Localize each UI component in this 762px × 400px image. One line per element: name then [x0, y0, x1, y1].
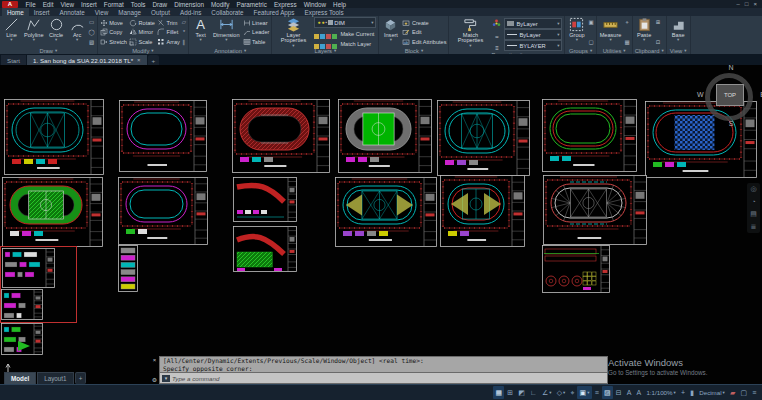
ribbon-tab-annotate[interactable]: Annotate [55, 8, 90, 16]
ribbon-tab-collaborate[interactable]: Collaborate [206, 8, 248, 16]
osnap-tracking-icon[interactable]: ⌖ [568, 386, 576, 399]
button-copy[interactable]: Copy [100, 28, 127, 37]
drawing-sheet-s2[interactable] [119, 100, 207, 172]
button-circle[interactable]: Circle▾ [47, 17, 66, 47]
new-layout-button[interactable]: + [75, 372, 87, 384]
close-tab-icon[interactable]: × [137, 57, 141, 63]
button-move[interactable]: Move [100, 18, 127, 27]
polar-tracking-icon[interactable]: ∠▾ [540, 386, 554, 399]
button-leader[interactable]: Leader [243, 28, 270, 37]
button-layer-properties[interactable]: Layer Properties▾ [274, 17, 312, 48]
hatch-icon[interactable]: ▨ [89, 38, 95, 46]
ungroup-icon[interactable]: ▢ [588, 38, 593, 46]
pan-icon[interactable]: ◔ [751, 198, 755, 205]
panel-title-modify[interactable]: Modify▾ [100, 47, 186, 54]
menu-modify[interactable]: Modify [207, 1, 233, 8]
command-window[interactable]: × ⚙ [All/Center/Dynamic/Extents/Previous… [150, 356, 608, 384]
isodraft-icon[interactable]: ◇▾ [555, 386, 568, 399]
menu-view[interactable]: View [57, 1, 78, 8]
annotation-visibility-icon[interactable]: A [625, 386, 634, 399]
customization-icon[interactable]: ≡ [750, 386, 758, 399]
tab-layout1[interactable]: Layout1 [37, 372, 73, 384]
add-scales-button[interactable]: + [679, 386, 687, 399]
button-array[interactable]: Array [157, 37, 180, 46]
drawing-sheet-s11[interactable] [233, 226, 297, 272]
panel-title-properties[interactable]: Properties▾ [451, 52, 562, 54]
ribbon-tab-insert[interactable]: Insert [29, 8, 55, 16]
ellipse-icon[interactable]: ◯ [89, 28, 95, 36]
drawing-sheet-s9[interactable] [118, 177, 208, 245]
menu-window[interactable]: Window [300, 1, 329, 8]
button-match-properties[interactable]: Match Properties▾ [451, 17, 489, 52]
copy-clip-icon[interactable]: ⊞ [656, 18, 661, 26]
drawing-sheet-s19[interactable] [118, 245, 138, 292]
button-polyline[interactable]: Polyline▾ [23, 17, 45, 47]
cut-icon[interactable]: ⊡ [656, 38, 661, 46]
button-mirror[interactable]: Mirror [129, 28, 155, 37]
tab-model[interactable]: Model [4, 372, 36, 384]
button-dimension[interactable]: Dimension▾ [212, 17, 240, 47]
clean-screen-icon[interactable]: ▢ [738, 386, 749, 399]
lineweight-icon[interactable]: ≡ [592, 386, 600, 399]
erase-icon[interactable]: ▱ [182, 18, 186, 26]
menu-format[interactable]: Format [100, 1, 127, 8]
button-fillet[interactable]: Fillet [157, 28, 180, 37]
panel-title-groups[interactable]: Groups▾ [567, 47, 593, 54]
ribbon-tab-featured-apps[interactable]: Featured Apps [249, 8, 300, 16]
ribbon-tab-add-ins[interactable]: Add-ins [175, 8, 206, 16]
button-rotate[interactable]: Rotate [129, 18, 155, 27]
button-text[interactable]: AText▾ [191, 17, 210, 47]
offset-icon[interactable]: ∥ [182, 38, 186, 46]
button-group[interactable]: Group▾ [567, 17, 586, 47]
new-tab-button[interactable]: + [148, 55, 160, 65]
drawing-sheet-s14[interactable] [543, 175, 647, 245]
button-scale[interactable]: Scale [129, 37, 155, 46]
osnap-icon[interactable]: ▣▾ [577, 386, 591, 399]
lineweight-icon[interactable]: ≡ [495, 45, 499, 51]
snap-icon[interactable]: ⊞ [505, 386, 515, 399]
menu-help[interactable]: Help [330, 1, 350, 8]
maximize-button[interactable]: □ [745, 1, 749, 7]
menu-parametric[interactable]: Parametric [233, 1, 270, 8]
button-edit-attributes[interactable]: abEdit Attributes [402, 37, 446, 46]
orbit-icon[interactable]: ▤ [750, 210, 757, 218]
button-match-layer[interactable]: Match Layer [340, 41, 371, 47]
button-trim[interactable]: Trim [157, 18, 180, 27]
menu-express[interactable]: Express [270, 1, 300, 8]
compass-south[interactable]: S [729, 120, 734, 127]
minimize-button[interactable]: – [737, 1, 740, 7]
button-create[interactable]: Create [402, 18, 446, 27]
button-line[interactable]: Line▾ [2, 17, 21, 47]
drawing-sheet-s18[interactable] [1, 323, 43, 355]
transparency-icon[interactable]: ▨ [602, 386, 613, 399]
drawing-sheet-s20[interactable] [542, 245, 610, 293]
panel-title-annotation[interactable]: Annotation▾ [191, 47, 269, 54]
drawing-sheet-s1[interactable] [4, 99, 104, 175]
close-button[interactable]: × [753, 1, 757, 7]
command-customize-icon[interactable]: ⚙ [152, 376, 157, 383]
menu-dimension[interactable]: Dimension [171, 1, 208, 8]
drawing-sheet-s8[interactable] [2, 177, 103, 247]
graphics-performance-icon[interactable]: ▰ [728, 386, 738, 399]
menu-tools[interactable]: Tools [127, 1, 149, 8]
dropdown-bylayer-2[interactable]: BYLAYER▾ [504, 40, 562, 51]
id-point-icon[interactable]: ⌖ [624, 18, 629, 26]
command-close-icon[interactable]: × [153, 357, 157, 363]
grid-icon[interactable]: ▦ [493, 386, 504, 399]
compass-west[interactable]: W [697, 91, 704, 98]
quick-calc-icon[interactable]: ▦ [624, 38, 629, 46]
workspace-icon[interactable]: ▮ [688, 386, 696, 399]
steering-wheel-icon[interactable]: ◎ [750, 185, 756, 193]
drawing-sheet-s3[interactable] [232, 99, 330, 173]
button-arc[interactable]: Arc▾ [68, 17, 87, 47]
button-table[interactable]: Table [243, 37, 270, 46]
tab-start[interactable]: Start [1, 55, 26, 65]
color-wheel-icon[interactable] [491, 18, 502, 29]
ribbon-tab-manage[interactable]: Manage [113, 8, 146, 16]
panel-title-layers[interactable]: Layers▾ [274, 48, 376, 54]
menu-file[interactable]: File [22, 1, 39, 8]
ribbon-tab-view[interactable]: View [90, 8, 114, 16]
compass-north[interactable]: N [728, 64, 733, 71]
drawing-sheet-s6[interactable] [542, 99, 637, 172]
command-input[interactable] [172, 374, 605, 382]
